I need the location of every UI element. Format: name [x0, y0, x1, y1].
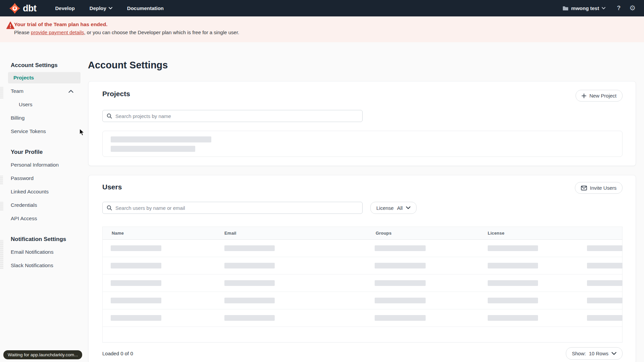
sidebar-item-credentials[interactable]: Credentials: [11, 199, 80, 211]
skeleton-bar: [488, 280, 538, 286]
sidebar-item-slack-notifications[interactable]: Slack Notifications: [11, 260, 80, 271]
search-icon: [107, 113, 112, 119]
table-row: [103, 240, 622, 257]
users-search-input[interactable]: [102, 202, 363, 214]
users-card-title: Users: [102, 183, 122, 191]
column-header-email: Email: [224, 227, 236, 240]
table-row: [103, 257, 622, 275]
column-header-name: Name: [112, 227, 124, 240]
sidebar-item-users[interactable]: Users: [11, 99, 80, 110]
skeleton-bar: [587, 315, 623, 321]
gear-icon[interactable]: ⚙: [629, 5, 636, 12]
trial-ended-banner: Your trial of the Team plan has ended. P…: [0, 16, 644, 42]
skeleton-bar: [111, 245, 161, 251]
skeleton-bar: [0, 176, 3, 184]
skeleton-bar: [488, 298, 538, 303]
banner-body: Please provide payment details, or you c…: [14, 29, 239, 36]
page-title: Account Settings: [88, 59, 168, 71]
license-filter-dropdown[interactable]: License All: [370, 202, 417, 214]
skeleton-bar: [224, 280, 275, 286]
warning-icon: [6, 21, 14, 29]
skeleton-bar: [0, 240, 3, 269]
primary-nav: Develop Deploy Documentation: [55, 5, 164, 11]
nav-deploy[interactable]: Deploy: [90, 5, 112, 11]
users-card: Users Invite Users License All Name Emai…: [88, 175, 636, 362]
skeleton-bar: [111, 136, 211, 142]
skeleton-bar: [111, 263, 161, 268]
sidebar-item-billing[interactable]: Billing: [11, 112, 80, 124]
chevron-down-icon: [109, 7, 112, 9]
skeleton-bar: [587, 298, 623, 303]
show-label: Show:: [572, 351, 586, 356]
mouse-cursor: [79, 128, 85, 136]
projects-search: [102, 110, 363, 122]
table-row: [103, 309, 622, 327]
account-name: mwong test: [571, 5, 599, 11]
banner-title: Your trial of the Team plan has ended.: [14, 21, 239, 28]
invite-users-button[interactable]: Invite Users: [575, 182, 623, 194]
projects-card-title: Projects: [102, 90, 130, 98]
new-project-label: New Project: [589, 93, 616, 99]
skeleton-bar: [224, 245, 275, 251]
users-table: Name Email Groups License: [102, 227, 623, 343]
license-filter-label: License: [376, 205, 394, 211]
table-row: [103, 292, 622, 309]
account-switcher[interactable]: mwong test: [562, 5, 605, 11]
skeleton-bar: [587, 280, 623, 286]
projects-search-input[interactable]: [102, 110, 363, 122]
sidebar-item-email-notifications[interactable]: Email Notifications: [11, 246, 80, 258]
browser-status-pill: Waiting for app.launchdarkly.com...: [3, 350, 82, 359]
help-button[interactable]: ?: [617, 5, 621, 12]
sidebar-heading-account-settings: Account Settings: [11, 61, 80, 69]
skeleton-bar: [375, 298, 426, 303]
users-search: [102, 202, 363, 214]
skeleton-bar: [375, 280, 426, 286]
nav-develop[interactable]: Develop: [55, 5, 74, 11]
skeleton-bar: [0, 86, 3, 99]
skeleton-bar: [224, 298, 275, 303]
plus-icon: [582, 94, 586, 98]
dbt-logo-icon: [9, 3, 20, 14]
column-header-groups: Groups: [376, 227, 391, 240]
skeleton-bar: [587, 245, 623, 251]
skeleton-bar: [111, 146, 195, 152]
skeleton-bar: [111, 298, 161, 303]
banner-body-suffix: , or you can choose the Developer plan w…: [84, 29, 239, 35]
payment-details-link[interactable]: provide payment details: [31, 29, 84, 35]
skeleton-bar: [488, 315, 538, 321]
chevron-down-icon: [602, 7, 605, 9]
banner-body-prefix: Please: [14, 29, 31, 35]
table-row: [103, 275, 622, 292]
skeleton-bar: [375, 315, 426, 321]
dbt-logo[interactable]: dbt: [9, 3, 36, 14]
sidebar-item-projects[interactable]: Projects: [8, 72, 80, 83]
skeleton-bar: [111, 315, 161, 321]
sidebar-item-service-tokens[interactable]: Service Tokens: [11, 126, 80, 137]
sidebar-heading-notification-settings: Notification Settings: [11, 235, 80, 243]
loaded-count: Loaded 0 of 0: [102, 351, 133, 356]
skeleton-bar: [224, 263, 275, 268]
skeleton-bar: [111, 280, 161, 286]
nav-documentation[interactable]: Documentation: [127, 5, 164, 11]
sidebar-item-password[interactable]: Password: [11, 173, 80, 184]
sidebar-item-linked-accounts[interactable]: Linked Accounts: [11, 186, 80, 197]
chevron-down-icon: [611, 352, 616, 355]
settings-sidebar: Account Settings Projects Team Users Bil…: [0, 42, 88, 362]
skeleton-bar: [488, 245, 538, 251]
license-filter-value: All: [397, 205, 403, 211]
skeleton-bar: [488, 263, 538, 268]
sidebar-item-personal-information[interactable]: Personal Information: [11, 159, 80, 171]
chevron-down-icon: [406, 206, 411, 209]
new-project-button[interactable]: New Project: [576, 90, 623, 102]
invite-users-label: Invite Users: [590, 185, 616, 191]
projects-loading-skeleton: [102, 131, 623, 157]
search-icon: [107, 205, 112, 210]
sidebar-item-team[interactable]: Team: [11, 85, 80, 97]
rows-per-page-dropdown[interactable]: Show: 10 Rows: [566, 347, 623, 360]
skeleton-bar: [224, 315, 275, 321]
projects-card: Projects New Project: [88, 81, 636, 166]
users-table-header: Name Email Groups License: [103, 227, 622, 240]
show-value: 10 Rows: [589, 351, 608, 356]
folder-icon: [562, 6, 569, 11]
sidebar-item-api-access[interactable]: API Access: [11, 213, 80, 224]
